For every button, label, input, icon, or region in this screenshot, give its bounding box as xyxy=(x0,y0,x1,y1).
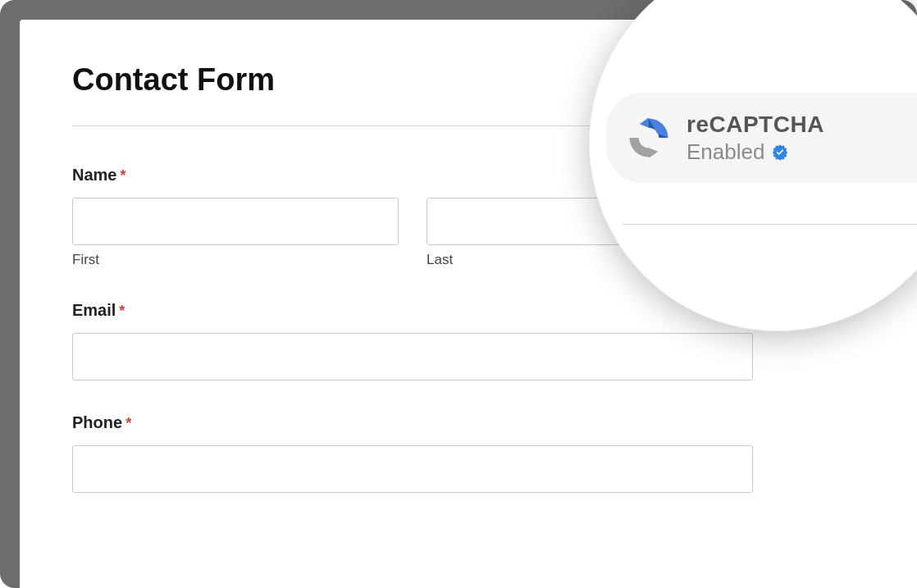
recaptcha-status-row: Enabled xyxy=(687,139,824,166)
first-name-column: First xyxy=(72,198,399,268)
name-label-text: Name xyxy=(72,166,116,185)
form-sheet: Contact Form Name * First Last Email * xyxy=(20,20,917,588)
required-marker: * xyxy=(120,167,125,185)
magnifier-overlay: reCAPTCHA Enabled xyxy=(589,0,917,331)
name-label: Name * xyxy=(72,166,126,185)
recaptcha-text: reCAPTCHA Enabled xyxy=(687,110,824,166)
magnifier-inner: reCAPTCHA Enabled xyxy=(590,0,917,330)
phone-row: Phone * xyxy=(72,413,753,493)
required-marker: * xyxy=(125,415,131,432)
email-row: Email * xyxy=(72,301,753,381)
recaptcha-title: reCAPTCHA xyxy=(687,110,824,139)
email-input[interactable] xyxy=(72,333,753,381)
recaptcha-status: Enabled xyxy=(687,139,764,166)
phone-label: Phone * xyxy=(72,413,753,432)
first-name-input[interactable] xyxy=(72,198,399,245)
svg-marker-0 xyxy=(640,117,649,127)
phone-label-text: Phone xyxy=(72,413,122,432)
magnifier-divider xyxy=(623,224,917,225)
phone-input[interactable] xyxy=(72,445,753,493)
email-label-text: Email xyxy=(72,301,116,320)
svg-marker-1 xyxy=(649,148,658,157)
recaptcha-pill[interactable]: reCAPTCHA Enabled xyxy=(606,93,917,183)
window-frame: Contact Form Name * First Last Email * xyxy=(0,0,917,588)
first-name-sublabel: First xyxy=(72,252,399,268)
recaptcha-icon xyxy=(626,115,672,161)
required-marker: * xyxy=(119,303,125,320)
email-label: Email * xyxy=(72,301,753,320)
verified-badge-icon xyxy=(771,144,789,162)
